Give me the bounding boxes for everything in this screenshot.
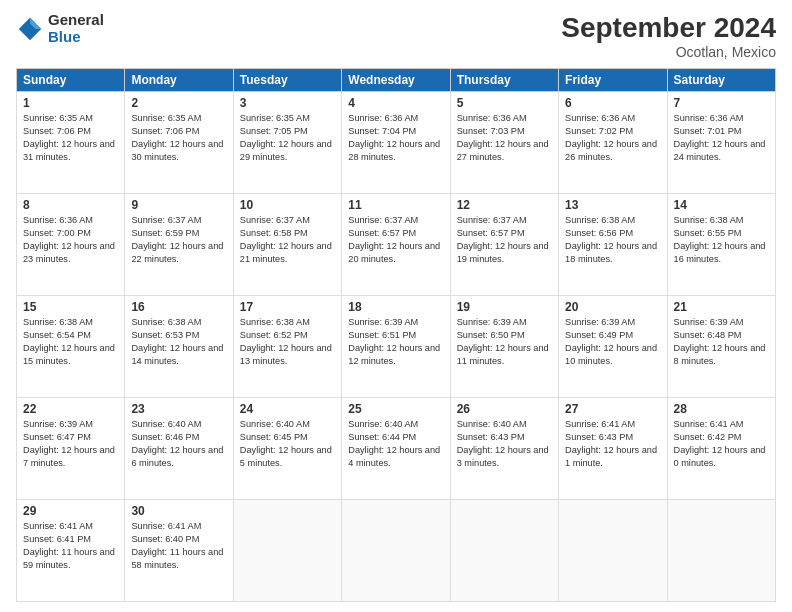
table-row: 17Sunrise: 6:38 AMSunset: 6:52 PMDayligh… [233,296,341,398]
table-row: 15Sunrise: 6:38 AMSunset: 6:54 PMDayligh… [17,296,125,398]
day-info: Sunrise: 6:41 AMSunset: 6:42 PMDaylight:… [674,418,769,470]
calendar-header: Sunday Monday Tuesday Wednesday Thursday… [17,69,776,92]
day-number: 14 [674,198,769,212]
day-number: 21 [674,300,769,314]
col-thursday: Thursday [450,69,558,92]
table-row: 9Sunrise: 6:37 AMSunset: 6:59 PMDaylight… [125,194,233,296]
day-header-row: Sunday Monday Tuesday Wednesday Thursday… [17,69,776,92]
day-info: Sunrise: 6:38 AMSunset: 6:52 PMDaylight:… [240,316,335,368]
day-info: Sunrise: 6:38 AMSunset: 6:56 PMDaylight:… [565,214,660,266]
calendar-week-row: 1Sunrise: 6:35 AMSunset: 7:06 PMDaylight… [17,92,776,194]
col-friday: Friday [559,69,667,92]
day-info: Sunrise: 6:35 AMSunset: 7:06 PMDaylight:… [131,112,226,164]
day-info: Sunrise: 6:37 AMSunset: 6:57 PMDaylight:… [457,214,552,266]
table-row: 7Sunrise: 6:36 AMSunset: 7:01 PMDaylight… [667,92,775,194]
table-row: 18Sunrise: 6:39 AMSunset: 6:51 PMDayligh… [342,296,450,398]
table-row: 1Sunrise: 6:35 AMSunset: 7:06 PMDaylight… [17,92,125,194]
table-row: 24Sunrise: 6:40 AMSunset: 6:45 PMDayligh… [233,398,341,500]
day-number: 10 [240,198,335,212]
day-info: Sunrise: 6:36 AMSunset: 7:01 PMDaylight:… [674,112,769,164]
table-row: 4Sunrise: 6:36 AMSunset: 7:04 PMDaylight… [342,92,450,194]
table-row: 29Sunrise: 6:41 AMSunset: 6:41 PMDayligh… [17,500,125,602]
table-row: 8Sunrise: 6:36 AMSunset: 7:00 PMDaylight… [17,194,125,296]
day-info: Sunrise: 6:36 AMSunset: 7:04 PMDaylight:… [348,112,443,164]
day-info: Sunrise: 6:39 AMSunset: 6:51 PMDaylight:… [348,316,443,368]
table-row: 16Sunrise: 6:38 AMSunset: 6:53 PMDayligh… [125,296,233,398]
day-number: 17 [240,300,335,314]
table-row: 26Sunrise: 6:40 AMSunset: 6:43 PMDayligh… [450,398,558,500]
table-row: 10Sunrise: 6:37 AMSunset: 6:58 PMDayligh… [233,194,341,296]
day-info: Sunrise: 6:41 AMSunset: 6:43 PMDaylight:… [565,418,660,470]
calendar-week-row: 22Sunrise: 6:39 AMSunset: 6:47 PMDayligh… [17,398,776,500]
day-number: 22 [23,402,118,416]
col-saturday: Saturday [667,69,775,92]
table-row: 27Sunrise: 6:41 AMSunset: 6:43 PMDayligh… [559,398,667,500]
calendar-table: Sunday Monday Tuesday Wednesday Thursday… [16,68,776,602]
day-info: Sunrise: 6:40 AMSunset: 6:45 PMDaylight:… [240,418,335,470]
day-info: Sunrise: 6:41 AMSunset: 6:41 PMDaylight:… [23,520,118,572]
table-row [667,500,775,602]
title-block: September 2024 Ocotlan, Mexico [561,12,776,60]
logo-icon [16,15,44,43]
day-info: Sunrise: 6:38 AMSunset: 6:53 PMDaylight:… [131,316,226,368]
day-info: Sunrise: 6:36 AMSunset: 7:03 PMDaylight:… [457,112,552,164]
day-info: Sunrise: 6:36 AMSunset: 7:00 PMDaylight:… [23,214,118,266]
table-row: 13Sunrise: 6:38 AMSunset: 6:56 PMDayligh… [559,194,667,296]
day-number: 30 [131,504,226,518]
table-row: 22Sunrise: 6:39 AMSunset: 6:47 PMDayligh… [17,398,125,500]
day-number: 2 [131,96,226,110]
col-monday: Monday [125,69,233,92]
day-number: 29 [23,504,118,518]
logo-blue-text: Blue [48,29,104,46]
day-number: 18 [348,300,443,314]
col-wednesday: Wednesday [342,69,450,92]
day-number: 5 [457,96,552,110]
table-row [233,500,341,602]
day-info: Sunrise: 6:37 AMSunset: 6:59 PMDaylight:… [131,214,226,266]
day-number: 19 [457,300,552,314]
table-row [450,500,558,602]
logo-general-text: General [48,12,104,29]
day-number: 26 [457,402,552,416]
day-info: Sunrise: 6:40 AMSunset: 6:43 PMDaylight:… [457,418,552,470]
day-number: 27 [565,402,660,416]
day-info: Sunrise: 6:38 AMSunset: 6:54 PMDaylight:… [23,316,118,368]
table-row: 2Sunrise: 6:35 AMSunset: 7:06 PMDaylight… [125,92,233,194]
table-row: 20Sunrise: 6:39 AMSunset: 6:49 PMDayligh… [559,296,667,398]
calendar-week-row: 29Sunrise: 6:41 AMSunset: 6:41 PMDayligh… [17,500,776,602]
table-row: 25Sunrise: 6:40 AMSunset: 6:44 PMDayligh… [342,398,450,500]
day-number: 7 [674,96,769,110]
table-row [342,500,450,602]
day-number: 15 [23,300,118,314]
day-number: 6 [565,96,660,110]
day-number: 4 [348,96,443,110]
table-row: 12Sunrise: 6:37 AMSunset: 6:57 PMDayligh… [450,194,558,296]
day-info: Sunrise: 6:39 AMSunset: 6:47 PMDaylight:… [23,418,118,470]
table-row: 11Sunrise: 6:37 AMSunset: 6:57 PMDayligh… [342,194,450,296]
day-number: 1 [23,96,118,110]
day-info: Sunrise: 6:41 AMSunset: 6:40 PMDaylight:… [131,520,226,572]
table-row: 3Sunrise: 6:35 AMSunset: 7:05 PMDaylight… [233,92,341,194]
calendar-week-row: 15Sunrise: 6:38 AMSunset: 6:54 PMDayligh… [17,296,776,398]
table-row: 14Sunrise: 6:38 AMSunset: 6:55 PMDayligh… [667,194,775,296]
table-row: 5Sunrise: 6:36 AMSunset: 7:03 PMDaylight… [450,92,558,194]
day-number: 9 [131,198,226,212]
day-number: 8 [23,198,118,212]
logo: General Blue [16,12,104,45]
header: General Blue September 2024 Ocotlan, Mex… [16,12,776,60]
table-row: 23Sunrise: 6:40 AMSunset: 6:46 PMDayligh… [125,398,233,500]
calendar-week-row: 8Sunrise: 6:36 AMSunset: 7:00 PMDaylight… [17,194,776,296]
col-sunday: Sunday [17,69,125,92]
day-info: Sunrise: 6:39 AMSunset: 6:49 PMDaylight:… [565,316,660,368]
table-row: 28Sunrise: 6:41 AMSunset: 6:42 PMDayligh… [667,398,775,500]
day-number: 12 [457,198,552,212]
table-row: 30Sunrise: 6:41 AMSunset: 6:40 PMDayligh… [125,500,233,602]
day-info: Sunrise: 6:35 AMSunset: 7:06 PMDaylight:… [23,112,118,164]
location: Ocotlan, Mexico [561,44,776,60]
calendar-body: 1Sunrise: 6:35 AMSunset: 7:06 PMDaylight… [17,92,776,602]
page: General Blue September 2024 Ocotlan, Mex… [0,0,792,612]
day-info: Sunrise: 6:35 AMSunset: 7:05 PMDaylight:… [240,112,335,164]
day-number: 3 [240,96,335,110]
day-number: 13 [565,198,660,212]
col-tuesday: Tuesday [233,69,341,92]
